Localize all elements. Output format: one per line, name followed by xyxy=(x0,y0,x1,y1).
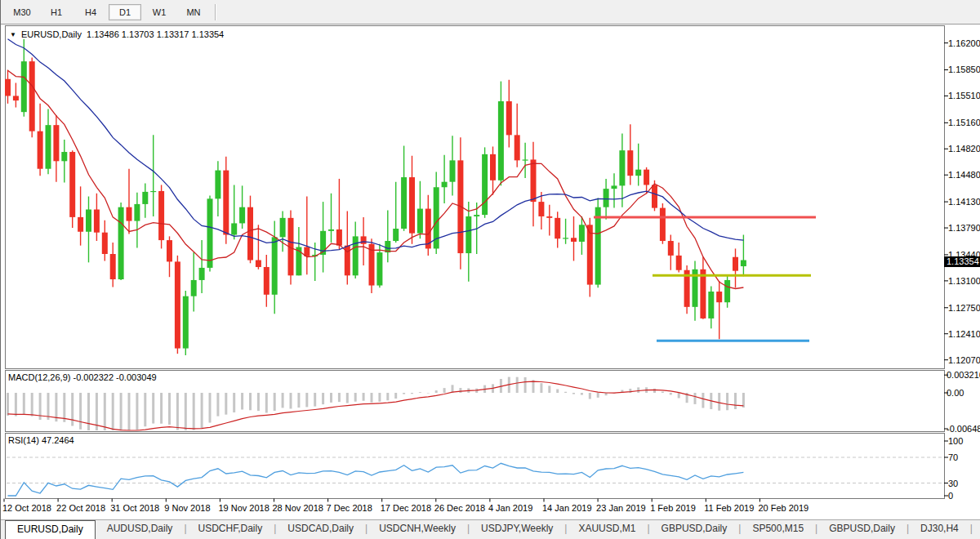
chart-canvas[interactable] xyxy=(0,24,980,539)
candle xyxy=(668,235,674,270)
chart-tab-xauusd-m1[interactable]: XAUUSD,M1 xyxy=(567,520,647,539)
candle-body xyxy=(474,215,479,216)
symbol-label: EURUSD,Daily xyxy=(21,29,82,39)
timeframe-button-m30[interactable]: M30 xyxy=(6,4,38,20)
candle xyxy=(110,243,116,287)
date-tick-label: 12 Oct 2018 xyxy=(2,503,51,513)
candle xyxy=(336,179,342,249)
macd-tick-label: -0.006485 xyxy=(947,424,980,434)
rsi-panel-frame xyxy=(6,434,945,499)
chart-tab-dj30-h4[interactable]: DJ30,H4 xyxy=(909,520,970,539)
chevron-down-icon[interactable]: ▼ xyxy=(10,31,16,38)
candle xyxy=(158,185,164,248)
candle xyxy=(571,216,577,261)
candle-body xyxy=(150,191,156,192)
candle-body xyxy=(676,256,682,270)
candle-body xyxy=(417,209,423,234)
candle xyxy=(555,212,560,247)
timeframe-button-h1[interactable]: H1 xyxy=(40,4,73,20)
candle xyxy=(345,211,350,284)
candle xyxy=(733,248,738,287)
timeframe-button-w1[interactable]: W1 xyxy=(143,4,176,20)
candle xyxy=(102,220,108,261)
candle-body xyxy=(660,208,666,241)
candle-body xyxy=(538,202,544,216)
price-tick-label: 1.12070 xyxy=(948,355,980,365)
candle-body xyxy=(724,280,730,302)
candle xyxy=(215,161,220,216)
chart-tab-audusd-daily[interactable]: AUDUSD,Daily xyxy=(96,520,185,539)
candle xyxy=(86,197,91,263)
candle-body xyxy=(393,229,399,241)
ohlc-values: 1.13486 1.13703 1.13317 1.13354 xyxy=(87,29,224,39)
chart-tab-usdcad-daily[interactable]: USDCAD,Daily xyxy=(276,520,365,539)
date-tick-label: 4 Jan 2019 xyxy=(488,503,532,513)
timeframe-button-d1[interactable]: D1 xyxy=(109,4,141,20)
chart-area[interactable]: ▼EURUSD,Daily 1.13486 1.13703 1.13317 1.… xyxy=(0,24,980,519)
candle-body xyxy=(514,135,520,160)
price-tick-label: 1.15160 xyxy=(948,118,980,127)
candle-body xyxy=(353,236,359,275)
candle-body xyxy=(223,171,229,235)
candle-body xyxy=(587,225,593,284)
candle-body xyxy=(708,292,714,318)
rsi-tick-label: 0 xyxy=(948,491,953,501)
candle xyxy=(538,192,544,229)
candle-body xyxy=(733,257,738,271)
chart-tab-eurusd-daily[interactable]: EURUSD,Daily xyxy=(5,520,96,539)
chart-tab-gbpusd-daily[interactable]: GBPUSD,Daily xyxy=(650,520,739,539)
candle-body xyxy=(110,254,116,279)
candle-body xyxy=(38,131,43,169)
candle-body xyxy=(183,296,189,349)
candle-body xyxy=(127,207,132,221)
candle xyxy=(612,173,617,207)
candle xyxy=(21,39,27,117)
candle xyxy=(660,203,666,244)
candle xyxy=(13,82,19,107)
candle xyxy=(684,265,690,314)
candle-body xyxy=(442,182,448,188)
candle-body xyxy=(215,171,220,199)
candle xyxy=(693,261,698,320)
candle xyxy=(69,150,75,228)
candle xyxy=(450,136,456,195)
candle-body xyxy=(482,154,488,215)
candle xyxy=(716,281,722,339)
macd-tick-label: 0.003216 xyxy=(947,370,980,380)
chart-tab-sp500-m15[interactable]: SP500,M15 xyxy=(741,520,815,539)
candle xyxy=(150,135,156,216)
timeframe-button-mn[interactable]: MN xyxy=(177,4,210,20)
candle xyxy=(466,202,471,282)
candle-body xyxy=(563,238,568,238)
candle-body xyxy=(466,216,471,253)
chart-symbol-header: ▼EURUSD,Daily 1.13486 1.13703 1.13317 1.… xyxy=(10,29,224,39)
candle-body xyxy=(336,229,342,246)
macd-signal-line xyxy=(8,381,744,430)
price-tick-label: 1.14820 xyxy=(948,144,980,154)
price-tick-label: 1.12410 xyxy=(948,329,980,339)
candles-layer[interactable] xyxy=(5,39,746,355)
candle xyxy=(94,194,100,241)
candle-body xyxy=(61,152,67,161)
candle-body xyxy=(604,189,609,207)
chart-tab-usdchf-daily[interactable]: USDCHF,Daily xyxy=(187,520,274,539)
chart-tab-usdcnh-weekly[interactable]: USDCNH,Weekly xyxy=(368,520,467,539)
timeframe-button-h4[interactable]: H4 xyxy=(74,4,107,20)
price-tick-label: 1.16200 xyxy=(948,38,980,48)
candle xyxy=(353,222,359,279)
chart-tab-gbpusd-daily[interactable]: GBPUSD,Daily xyxy=(817,520,906,539)
macd-tick-label: 0.00 xyxy=(947,388,964,398)
candle-body xyxy=(506,101,512,135)
candle xyxy=(563,219,568,244)
candle-body xyxy=(264,267,270,295)
timeframe-buttons: M30H1H4D1W1MN xyxy=(5,4,211,20)
chart-tab-usdjpy-weekly[interactable]: USDJPY,Weekly xyxy=(470,520,564,539)
date-tick-label: 11 Feb 2019 xyxy=(704,503,754,513)
candle-body xyxy=(644,170,649,185)
candle-body xyxy=(256,261,261,267)
candle-body xyxy=(531,159,537,202)
candle-body xyxy=(409,177,415,234)
candle xyxy=(425,195,431,256)
candle xyxy=(409,156,415,244)
chart-tab-tech10[interactable]: TECH10 xyxy=(973,520,980,539)
